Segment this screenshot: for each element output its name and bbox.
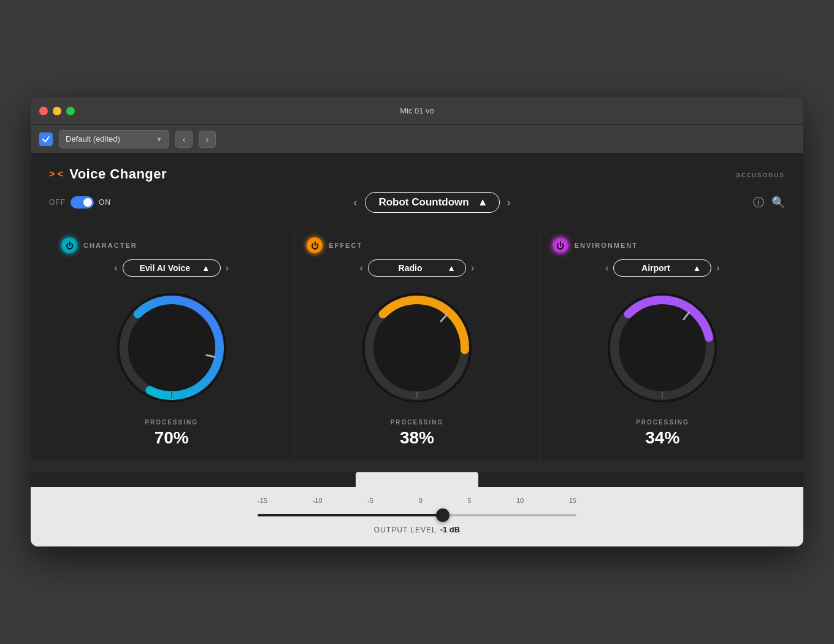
effect-next-icon[interactable]: ›: [471, 263, 474, 274]
effect-knob-nav: ‹ Radio ▲ ›: [360, 259, 475, 277]
environment-processing-label: PROCESSING: [636, 419, 689, 426]
chevron-down-icon: ▼: [156, 136, 163, 143]
title-bar: Mic 01 vo: [31, 98, 803, 125]
effect-selector-arrow-icon: ▲: [447, 263, 456, 273]
environment-processing-value: 34%: [645, 428, 679, 448]
character-processing-label: PROCESSING: [145, 419, 198, 426]
effect-section-label: EFFECT: [329, 242, 362, 249]
toggle-group: OFF ON: [49, 196, 111, 209]
utility-icons: ⓘ 🔍: [753, 195, 785, 210]
environment-knob[interactable]: [601, 286, 724, 409]
effect-processing-value: 38%: [400, 428, 434, 448]
slider-thumb[interactable]: [436, 508, 450, 522]
effect-processing-label: PROCESSING: [391, 419, 444, 426]
character-header: ⏻ CHARACTER: [61, 237, 281, 253]
character-selector[interactable]: Evil AI Voice ▲: [123, 259, 221, 277]
plugin-body: > < Voice Changer accusonus OFF ON ‹ Rob…: [31, 154, 803, 460]
output-slider[interactable]: [258, 508, 576, 523]
output-level-row: OUTPUT LEVEL -1 dB: [374, 525, 460, 534]
scale-mark-7: 15: [569, 497, 576, 504]
svg-point-10: [608, 294, 716, 402]
environment-header: ⏻ ENVIRONMENT: [553, 237, 773, 253]
preset-prev-button[interactable]: ‹: [175, 131, 193, 148]
brand-logo: accusonus: [736, 170, 785, 179]
character-selector-name: Evil AI Voice: [133, 263, 197, 273]
power-toggle[interactable]: [71, 196, 94, 209]
character-power-button[interactable]: ⏻: [61, 237, 77, 253]
output-section: -15 -10 -5 0 5 10 15 OUTPUT LEVEL -1 dB: [31, 487, 803, 546]
enable-checkbox[interactable]: [39, 132, 53, 146]
output-scale: -15 -10 -5 0 5 10 15: [258, 497, 576, 504]
character-next-icon[interactable]: ›: [226, 263, 229, 274]
plugin-header: > < Voice Changer accusonus: [49, 166, 785, 182]
main-preset-name: Robot Countdown: [377, 196, 472, 209]
info-icon[interactable]: ⓘ: [753, 195, 764, 210]
preset-nav-next-icon[interactable]: ›: [507, 196, 511, 209]
effect-selector[interactable]: Radio ▲: [368, 259, 466, 277]
toggle-off-label: OFF: [49, 198, 66, 207]
character-processing-value: 70%: [155, 428, 189, 448]
effect-prev-icon[interactable]: ‹: [360, 263, 363, 274]
character-section-label: CHARACTER: [83, 242, 137, 249]
character-knob-nav: ‹ Evil AI Voice ▲ ›: [114, 259, 229, 277]
app-window: Mic 01 vo Default (edited) ▼ ‹ › > < Voi…: [31, 98, 803, 546]
toolbar: Default (edited) ▼ ‹ ›: [31, 125, 803, 154]
scale-mark-5: 5: [467, 497, 471, 504]
scale-mark-1: -15: [258, 497, 267, 504]
environment-selector[interactable]: Airport ▲: [613, 259, 711, 277]
minimize-button[interactable]: [53, 107, 61, 115]
environment-panel: ⏻ ENVIRONMENT ‹ Airport ▲ ›: [540, 231, 785, 460]
character-selector-arrow-icon: ▲: [202, 263, 210, 273]
preset-nav: ‹ Robot Countdown ▲ ›: [354, 192, 511, 213]
window-title: Mic 01 vo: [400, 106, 434, 115]
effect-panel: ⏻ EFFECT ‹ Radio ▲ ›: [294, 231, 539, 460]
title-group: > < Voice Changer: [49, 166, 167, 182]
environment-power-button[interactable]: ⏻: [553, 237, 568, 253]
svg-point-0: [118, 294, 226, 402]
preset-selector-arrow-icon: ▲: [478, 196, 488, 209]
plugin-title: Voice Changer: [69, 166, 167, 182]
scale-mark-4: 0: [418, 497, 422, 504]
environment-selector-name: Airport: [624, 263, 687, 273]
effect-knob[interactable]: [356, 286, 478, 409]
knobs-section: ⏻ CHARACTER ‹ Evil AI Voice ▲ ›: [49, 231, 785, 460]
preset-nav-prev-icon[interactable]: ‹: [354, 196, 358, 209]
maximize-button[interactable]: [66, 107, 75, 115]
effect-header: ⏻ EFFECT: [307, 237, 527, 253]
environment-section-label: ENVIRONMENT: [575, 242, 638, 249]
character-panel: ⏻ CHARACTER ‹ Evil AI Voice ▲ ›: [49, 231, 294, 460]
character-prev-icon[interactable]: ‹: [114, 263, 117, 274]
scale-mark-3: -5: [367, 497, 373, 504]
environment-selector-arrow-icon: ▲: [692, 263, 701, 273]
traffic-lights: [39, 107, 75, 115]
toggle-on-label: ON: [99, 198, 111, 207]
controls-row: OFF ON ‹ Robot Countdown ▲ › ⓘ 🔍: [49, 192, 785, 213]
main-preset-selector[interactable]: Robot Countdown ▲: [365, 192, 500, 213]
voice-changer-icon: > <: [49, 169, 63, 180]
svg-point-5: [363, 294, 471, 402]
effect-power-button[interactable]: ⏻: [307, 237, 323, 253]
bump-divider: [31, 472, 803, 487]
close-button[interactable]: [39, 107, 48, 115]
scale-mark-6: 10: [516, 497, 524, 504]
slider-unfilled: [443, 514, 576, 516]
output-level-label: OUTPUT LEVEL: [374, 526, 437, 534]
output-level-value: -1 dB: [440, 525, 461, 534]
preset-dropdown-label: Default (edited): [66, 134, 151, 144]
search-icon[interactable]: 🔍: [771, 196, 785, 209]
preset-dropdown[interactable]: Default (edited) ▼: [59, 130, 169, 148]
environment-knob-nav: ‹ Airport ▲ ›: [605, 259, 720, 277]
slider-filled: [258, 514, 443, 516]
preset-next-button[interactable]: ›: [199, 131, 216, 148]
environment-prev-icon[interactable]: ‹: [605, 263, 608, 274]
environment-next-icon[interactable]: ›: [716, 263, 719, 274]
character-knob[interactable]: [110, 286, 233, 409]
scale-mark-2: -10: [313, 497, 323, 504]
effect-selector-name: Radio: [378, 263, 442, 273]
